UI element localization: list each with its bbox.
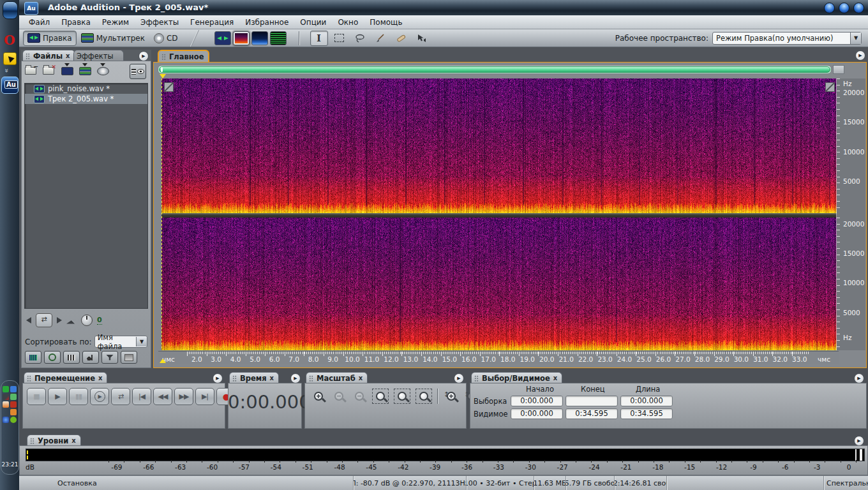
file-list[interactable]: pink_noise.wav * Трек 2_005.wav * (24, 83, 148, 309)
play-from-cursor-button[interactable]: ▶ (90, 388, 109, 405)
horizontal-scrollbar[interactable] (158, 65, 832, 74)
tab-levels[interactable]: Уровни x (27, 434, 81, 446)
spectral-display[interactable] (161, 78, 837, 350)
zoom-to-selection-button[interactable] (372, 389, 389, 404)
chevron-down-icon[interactable]: ▼ (850, 33, 861, 44)
zoom-to-selection-left-button[interactable] (394, 389, 410, 404)
playhead-marker-top[interactable] (160, 74, 166, 78)
workspace-select[interactable]: Режим Правка(по умолчанию) ▼ (712, 32, 862, 45)
stop-button[interactable]: ■ (27, 388, 46, 405)
scrollbar-thumb[interactable] (159, 66, 830, 73)
scrollbar-end-box[interactable] (833, 65, 844, 74)
collapse-chevrons-icon[interactable]: » (3, 68, 11, 71)
toggle-advanced-options-button[interactable] (101, 351, 118, 364)
insert-into-cd-button[interactable] (96, 65, 109, 75)
menu-item[interactable]: Правка (56, 17, 96, 28)
close-icon[interactable]: x (553, 375, 557, 382)
spectral-channel-right[interactable] (161, 218, 837, 350)
taskbar-start-button[interactable] (3, 1, 18, 19)
close-icon[interactable]: x (66, 52, 70, 59)
fast-forward-button[interactable]: ▶▶ (174, 388, 193, 405)
view-start-field[interactable]: 0:00.000 (511, 408, 563, 419)
zoom-to-selection-right-button[interactable] (415, 389, 432, 404)
close-icon[interactable]: x (71, 437, 75, 444)
panel-menu-button[interactable] (454, 373, 464, 383)
marquee-selection-tool-button[interactable] (331, 31, 348, 46)
play-looped-button[interactable]: ⇄ (111, 388, 130, 405)
menu-item[interactable]: Генерация (184, 17, 239, 28)
tray-volume-icon[interactable] (10, 401, 17, 408)
tray-lightning-icon[interactable] (3, 417, 9, 423)
pause-button[interactable]: ▮▮ (69, 388, 88, 405)
spectral-channel-left[interactable] (161, 78, 837, 213)
channel-divider[interactable] (161, 213, 837, 218)
spot-healing-brush-tool-button[interactable] (392, 31, 410, 46)
maximize-button[interactable] (839, 3, 849, 13)
frequency-ruler[interactable]: Hz20000150001000050002000015000100005000… (837, 78, 865, 350)
launcher-icon[interactable] (3, 52, 17, 65)
close-files-button[interactable]: ✕ (43, 65, 56, 75)
file-list-item-selected[interactable]: Трек 2_005.wav * (25, 94, 147, 104)
insert-into-session-button[interactable] (79, 65, 91, 75)
zoom-in-vertical-button[interactable]: ↕ (444, 389, 459, 403)
zoom-out-full-button[interactable] (352, 389, 367, 403)
scrub-tool-button[interactable] (412, 31, 430, 46)
cd-view-button[interactable]: CD (149, 31, 183, 46)
close-icon[interactable]: x (98, 375, 102, 382)
view-length-field[interactable]: 0:34.595 (620, 408, 673, 419)
menu-item[interactable]: Режим (96, 17, 135, 28)
effects-paintbrush-tool-button[interactable] (371, 31, 389, 46)
vu-meter[interactable] (26, 449, 865, 461)
menu-item[interactable]: Эффекты (135, 17, 184, 28)
multitrack-view-button[interactable]: Мультитрек (77, 31, 149, 46)
playback-cursor[interactable] (161, 78, 162, 350)
file-list-item[interactable]: pink_noise.wav * (25, 84, 147, 94)
tab-selection-view[interactable]: Выбор/Видимое x (471, 372, 562, 383)
play-button[interactable]: ▶ (48, 388, 67, 405)
go-to-end-button[interactable]: ▶| (195, 388, 214, 405)
selection-start-field[interactable]: 0:00.000 (511, 396, 563, 406)
rewind-button[interactable]: ◀◀ (153, 388, 172, 405)
zoom-out-horizontal-button[interactable] (331, 389, 347, 403)
preview-volume-knob[interactable] (81, 315, 93, 326)
db-ruler[interactable]: dB -69-66-63-60-57-54-51-48-45-42-39-36-… (26, 461, 865, 471)
open-file-button[interactable]: ⌐ (25, 65, 38, 75)
tray-speaker-icon[interactable] (10, 394, 17, 400)
zoom-in-horizontal-button[interactable] (311, 389, 326, 403)
sort-select[interactable]: Имя файла ▼ (94, 336, 147, 348)
lasso-selection-tool-button[interactable] (351, 31, 369, 46)
tray-orange-icon[interactable] (10, 409, 17, 415)
view-end-field[interactable]: 0:34.595 (565, 408, 618, 419)
menu-item[interactable]: Окно (332, 17, 364, 28)
tray-picture-icon[interactable] (3, 401, 9, 408)
tray-window-icon[interactable] (10, 386, 17, 392)
preview-volume-value[interactable]: 0 (97, 316, 102, 325)
time-selection-tool-button[interactable]: I (310, 31, 328, 46)
menu-item[interactable]: Избранное (239, 17, 294, 28)
toggle-video-files-button[interactable] (63, 351, 80, 364)
tray-utorrent-icon[interactable] (3, 386, 9, 392)
chevron-down-icon[interactable]: ▼ (136, 337, 147, 346)
tab-transport[interactable]: Перемещение x (24, 372, 107, 383)
close-icon[interactable]: x (270, 375, 274, 382)
display-options-button[interactable] (130, 64, 146, 79)
auto-play-icon[interactable] (26, 317, 31, 323)
menu-item[interactable]: Файл (23, 17, 56, 28)
playhead-marker-bottom[interactable] (160, 359, 166, 363)
selection-length-field[interactable]: 0:00.000 (620, 396, 673, 406)
tab-time[interactable]: Время x (229, 372, 279, 383)
loop-playback-button[interactable]: ⇄ (36, 313, 52, 327)
close-icon[interactable]: x (359, 375, 363, 382)
spectral-scale-handle[interactable] (164, 82, 174, 92)
tab-zoom[interactable]: Масштаб x (306, 372, 368, 383)
tab-files[interactable]: Файлы x (22, 50, 75, 61)
tray-language-flag-icon[interactable] (3, 409, 9, 415)
go-to-start-button[interactable]: |◀ (132, 388, 151, 405)
spectral-phase-view-button[interactable] (270, 31, 287, 45)
toggle-full-path-button[interactable] (121, 351, 137, 364)
panel-menu-button[interactable] (138, 51, 149, 61)
audition-taskbar-button[interactable]: Au (1, 77, 19, 94)
opera-icon[interactable]: O (3, 33, 17, 47)
close-button[interactable] (853, 3, 864, 13)
spectral-frequency-view-button[interactable] (233, 31, 250, 45)
